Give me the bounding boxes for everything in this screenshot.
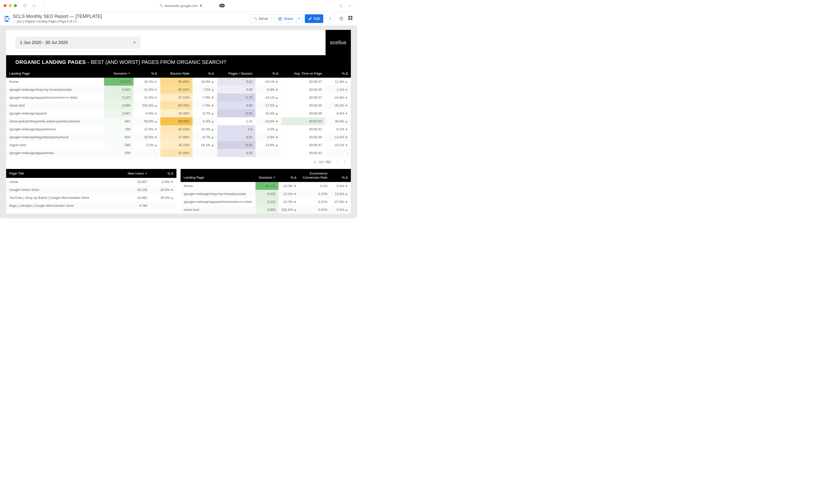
table-row[interactable]: /home30,173-24.3%▼0.1%-3.4%▼ <box>180 182 351 190</box>
svg-point-13 <box>330 17 331 18</box>
reader-badge-icon[interactable] <box>219 4 225 7</box>
help-icon <box>340 17 344 21</box>
breadcrumb[interactable]: [ALL] Organic Landing Pages (Page 4 of 1… <box>13 20 102 23</box>
column-header[interactable]: % Δ <box>193 69 217 78</box>
table-row[interactable]: /google+redesign/apparel/mens/mens+t+shi… <box>180 198 351 206</box>
svg-rect-2 <box>160 5 161 6</box>
main-table: Landing PageSessions% ΔBounce Rate% ΔPag… <box>6 69 351 157</box>
svg-point-10 <box>4 16 5 17</box>
table-row[interactable]: /store.html3,659532.0%▲0.52%0.2%▲ <box>180 206 351 214</box>
page-title-panel: Page TitleNew Users% Δ Home20,607-0.8%▼G… <box>6 169 176 214</box>
undo-icon <box>253 17 257 21</box>
svg-rect-11 <box>6 20 9 21</box>
browser-toolbar: datastudio.google.com <box>0 0 357 11</box>
column-header[interactable]: Pages / Session <box>217 69 256 78</box>
svg-point-17 <box>341 19 342 19</box>
new-tab-icon[interactable] <box>346 3 354 9</box>
column-header[interactable]: % Δ <box>134 69 160 78</box>
table-row[interactable]: /store.html3,659532.0%▲50.78%-7.0%▼4.591… <box>6 101 351 109</box>
table-row[interactable]: /google+redesign/shop+by+brand/youtube5,… <box>180 190 351 198</box>
window-controls[interactable] <box>4 4 17 7</box>
table-row[interactable]: YouTube | Shop by Brand | Google Merchan… <box>6 194 176 202</box>
svg-rect-9 <box>6 16 9 17</box>
table-row[interactable]: /google+redesign/apparel/mens769-17.6%▼4… <box>6 125 351 133</box>
svg-point-8 <box>8 18 10 19</box>
column-header[interactable]: Avg. Time on Page <box>281 69 325 78</box>
address-bar[interactable]: datastudio.google.com <box>49 4 335 8</box>
chart-options-button[interactable] <box>346 71 349 76</box>
table-row[interactable]: Bags | Lifestyle | Google Merchandise St… <box>6 202 176 209</box>
reset-button[interactable]: Reset <box>250 14 272 23</box>
share-dropdown[interactable] <box>296 14 302 23</box>
date-range-text: 1 Jun 2020 - 30 Jul 2020 <box>20 40 68 45</box>
pager-prev[interactable] <box>335 160 339 164</box>
column-header[interactable]: Landing Page <box>180 169 255 182</box>
svg-point-15 <box>330 19 331 20</box>
column-header[interactable]: Sessions <box>104 69 134 78</box>
apps-grid-button[interactable] <box>348 16 354 21</box>
pencil-icon <box>308 17 312 21</box>
help-button[interactable] <box>337 14 346 23</box>
minimize-window-icon[interactable] <box>9 4 12 7</box>
svg-rect-4 <box>161 6 163 7</box>
column-header[interactable]: Sessions <box>255 169 279 182</box>
breadcrumb-text: [ALL] Organic Landing Pages (Page 4 of 1… <box>17 20 77 23</box>
edit-button[interactable]: Edit <box>305 14 323 23</box>
share-button[interactable]: Share <box>274 14 296 23</box>
table-pager: 1 - 10 / 350 <box>6 157 351 167</box>
section-title: ORGANIC LANDING PAGES - BEST (AND WORST)… <box>6 55 351 69</box>
svg-point-14 <box>330 18 331 19</box>
column-header[interactable]: New Users <box>117 169 150 178</box>
document-title[interactable]: SCLS Monthly SEO Report — [TEMPLATE] <box>13 14 102 19</box>
date-range-picker[interactable]: 1 Jun 2020 - 30 Jul 2020 <box>15 36 141 49</box>
chevron-left-icon[interactable] <box>13 20 15 23</box>
app-header: SCLS Monthly SEO Report — [TEMPLATE] [AL… <box>0 11 357 26</box>
brand-logo: scellus <box>325 30 351 55</box>
cloud-tabs-icon[interactable] <box>31 3 38 9</box>
datastudio-logo-icon[interactable] <box>3 15 11 22</box>
table-row[interactable]: /google+redesign/bags/backpacks/home634-… <box>6 133 351 141</box>
column-header[interactable]: Bounce Rate <box>160 69 193 78</box>
edit-label: Edit <box>314 17 320 21</box>
table-row[interactable]: /google+redesign/apparel2,841-4.4%▼34.46… <box>6 109 351 117</box>
back-button[interactable] <box>40 3 47 9</box>
column-header[interactable]: EcommerceConversion Rate <box>299 169 330 182</box>
svg-rect-0 <box>23 4 26 7</box>
table-row[interactable]: /home30,173-24.3%▼56.95%18.8%▲3.52-16.1%… <box>6 78 351 86</box>
grid-icon <box>348 16 354 20</box>
svg-point-12 <box>4 20 5 21</box>
lock-icon <box>200 4 202 8</box>
table-row[interactable]: Home20,607-0.8%▼ <box>6 178 176 186</box>
caret-down-icon <box>298 17 300 20</box>
svg-rect-3 <box>161 4 162 5</box>
person-add-icon <box>278 16 282 21</box>
table-row[interactable]: /google+redesign/apparel/hats559-47.05%-… <box>6 149 351 157</box>
column-header[interactable]: % Δ <box>279 169 299 182</box>
maximize-window-icon[interactable] <box>14 4 17 7</box>
column-header[interactable]: % Δ <box>331 169 351 182</box>
conversion-panel: Landing PageSessions% ΔEcommerceConversi… <box>180 169 351 214</box>
caret-down-icon <box>133 41 136 44</box>
more-vert-icon <box>328 17 332 21</box>
column-header[interactable]: Page Title <box>6 169 117 178</box>
datastudio-favicon <box>159 4 163 7</box>
column-header[interactable]: Landing Page <box>6 69 104 78</box>
column-header[interactable]: % Δ <box>150 169 176 178</box>
pager-next[interactable] <box>343 160 346 164</box>
share-icon[interactable] <box>337 3 344 9</box>
sidebar-toggle-icon[interactable] <box>21 3 29 9</box>
close-window-icon[interactable] <box>4 4 7 7</box>
chevron-right-icon[interactable] <box>79 20 81 23</box>
column-header[interactable]: % Δ <box>255 69 281 78</box>
share-label: Share <box>284 17 293 21</box>
table-row[interactable]: /store-policies/frequently-asked-questio… <box>6 117 351 125</box>
table-row[interactable]: /signin.html5863.2%▲35.15%16.1%▲6.0212.6… <box>6 141 351 149</box>
table-row[interactable]: Google Online Store20,105-29.8%▼ <box>6 186 176 194</box>
more-options-button[interactable] <box>326 14 334 23</box>
table-row[interactable]: /google+redesign/shop+by+brand/youtube5,… <box>6 86 351 94</box>
svg-rect-7 <box>4 18 7 19</box>
report-canvas: 1 Jun 2020 - 30 Jul 2020 scellus ORGANIC… <box>0 26 357 218</box>
url-text: datastudio.google.com <box>164 4 198 8</box>
reset-label: Reset <box>259 17 268 21</box>
table-row[interactable]: /google+redesign/apparel/mens/mens+t+shi… <box>6 94 351 101</box>
